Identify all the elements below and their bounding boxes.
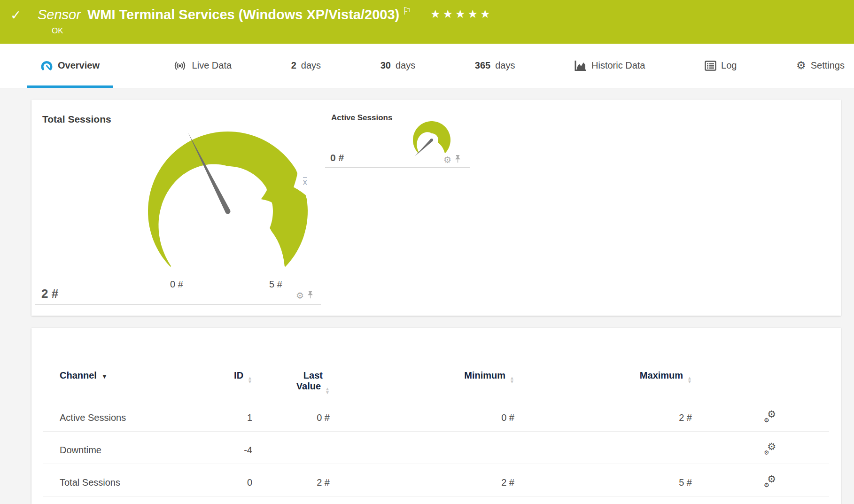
tab-label: Live Data [192,60,232,71]
tab-label: Overview [58,60,100,71]
gauge-icon [40,60,53,72]
gauge-scale-min: 0 # [148,279,205,290]
settings-gear-icon: ⚙ [796,60,806,71]
column-header-minimum[interactable]: Minimum▲▼ [330,328,514,399]
tab-overview[interactable]: Overview [27,44,113,88]
gauge-scale-max: 5 # [248,279,304,290]
channels-table: Channel▼ ID▲▼ Last Value▲▼ Minimum▲▼ [43,328,829,496]
channel-settings-gears-icon[interactable]: ⚙⚙ [764,411,776,422]
sort-arrows-icon: ▲▼ [325,387,330,395]
channel-settings-gears-icon[interactable]: ⚙⚙ [764,476,776,487]
channel-id: -4 [226,432,252,464]
channel-id: 1 [226,399,252,432]
channel-name: Total Sessions [43,464,226,496]
sort-arrows-icon: ▲▼ [248,376,252,384]
gauge-title-total-sessions: Total Sessions [42,114,111,125]
sensor-status-header: ✓ Sensor WMI Terminal Services (Windows … [0,0,854,44]
total-sessions-gauge [115,109,341,273]
channel-minimum: 2 # [330,464,514,496]
table-row[interactable]: Downtime -4 ⚙⚙ [43,432,829,464]
gauges-card: Total Sessions x 0 # 5 # 2 # ⚙ Active Se… [31,100,841,316]
tab-365-days[interactable]: 365 days [475,44,515,88]
gauge-cell-divider [35,304,321,305]
total-sessions-current-value: 2 # [41,287,58,301]
tab-label: Settings [811,60,845,71]
channel-last-value: 0 # [252,399,330,432]
tab-bar: Overview Live Data 2 days 30 days 365 da… [0,44,854,88]
content-area: Total Sessions x 0 # 5 # 2 # ⚙ Active Se… [0,88,854,504]
column-header-channel[interactable]: Channel▼ [43,328,226,399]
channel-maximum [514,432,692,464]
table-row[interactable]: Total Sessions 0 2 # 2 # 5 # ⚙⚙ [43,464,829,496]
status-badge: OK [52,26,854,36]
channel-name: Downtime [43,432,226,464]
sort-arrows-icon: ▲▼ [510,376,514,384]
channel-settings-gears-icon[interactable]: ⚙⚙ [764,443,776,455]
pin-icon[interactable] [307,291,313,301]
channel-id: 0 [226,464,252,496]
column-header-id[interactable]: ID▲▼ [226,328,252,399]
tab-label: days [301,60,321,71]
sort-arrows-icon: ▲▼ [687,376,692,384]
tab-label: Historic Data [591,60,645,71]
channel-maximum: 5 # [514,464,692,496]
table-row[interactable]: Active Sessions 1 0 # 0 # 2 # ⚙⚙ [43,399,829,432]
status-ok-check-icon: ✓ [10,8,24,23]
tab-label: days [495,60,515,71]
gear-icon[interactable]: ⚙ [443,155,451,164]
object-kind-label: Sensor [38,5,81,24]
column-header-maximum[interactable]: Maximum▲▼ [514,328,692,399]
tab-2-days[interactable]: 2 days [291,44,321,88]
tab-settings[interactable]: ⚙ Settings [796,44,845,88]
active-sessions-current-value: 0 # [330,152,344,163]
live-broadcast-icon [172,60,187,71]
log-list-icon [705,61,716,71]
page-title: WMI Terminal Services (Windows XP/Vista/… [87,5,399,24]
priority-stars[interactable]: ★★★★★ [430,8,493,21]
tab-label: Log [721,60,737,71]
channel-last-value: 2 # [252,464,330,496]
column-header-last-value[interactable]: Last Value▲▼ [252,328,330,399]
flag-icon[interactable]: ⚐ [402,6,411,16]
area-chart-icon [575,60,587,71]
tab-log[interactable]: Log [705,44,737,88]
pin-icon[interactable] [455,155,461,165]
gauge-cell-divider [325,167,470,168]
gear-icon[interactable]: ⚙ [296,291,304,300]
channel-minimum [330,432,514,464]
tab-live-data[interactable]: Live Data [172,44,232,88]
table-header-row: Channel▼ ID▲▼ Last Value▲▼ Minimum▲▼ [43,328,829,399]
channel-name: Active Sessions [43,399,226,432]
channels-card: Channel▼ ID▲▼ Last Value▲▼ Minimum▲▼ [31,328,841,504]
gauge-title-active-sessions: Active Sessions [331,113,392,123]
tab-historic-data[interactable]: Historic Data [575,44,645,88]
sorted-desc-icon: ▼ [101,373,108,380]
channel-last-value [252,432,330,464]
tab-30-days[interactable]: 30 days [380,44,416,88]
tab-label: days [396,60,415,71]
gauge-average-marker-label: x [303,178,307,187]
channel-minimum: 0 # [330,399,514,432]
channel-maximum: 2 # [514,399,692,432]
